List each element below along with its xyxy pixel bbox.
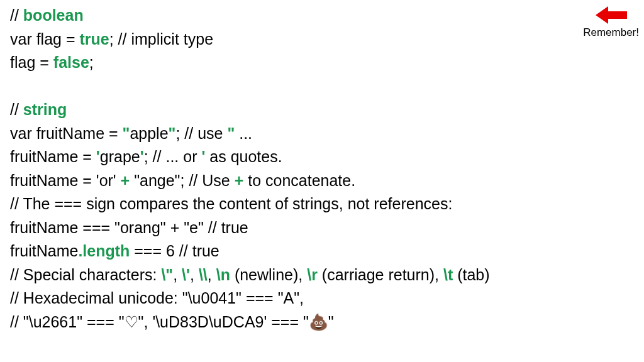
code-line: // boolean	[10, 4, 634, 28]
blank-line	[10, 75, 634, 99]
remember-label: Remember!	[583, 26, 639, 39]
code-line: flag = false;	[10, 51, 634, 75]
svg-marker-0	[596, 6, 627, 24]
poo-emoji-icon: 💩	[309, 313, 328, 331]
code-line: // string	[10, 98, 634, 122]
code-line: var fruitName = "apple"; // use " ...	[10, 122, 634, 146]
code-line: // "\u2661" === "♡", '\uD83D\uDCA9' === …	[10, 310, 634, 334]
remember-callout: Remember!	[583, 5, 639, 39]
code-line: fruitName === "orang" + "e" // true	[10, 216, 634, 240]
code-line: // Special characters: \", \', \\, \n (n…	[10, 263, 634, 287]
arrow-left-icon	[596, 5, 627, 25]
code-line: fruitName = 'or' + "ange"; // Use + to c…	[10, 169, 634, 193]
code-line: fruitName = 'grape'; // ... or ' as quot…	[10, 145, 634, 169]
code-line: // The === sign compares the content of …	[10, 192, 634, 216]
code-line: var flag = true; // implicit type	[10, 28, 634, 52]
code-line: fruitName.length === 6 // true	[10, 239, 634, 263]
code-line: // Hexadecimal unicode: "\u0041" === "A"…	[10, 287, 634, 310]
code-block: // boolean var flag = true; // implicit …	[0, 0, 644, 337]
